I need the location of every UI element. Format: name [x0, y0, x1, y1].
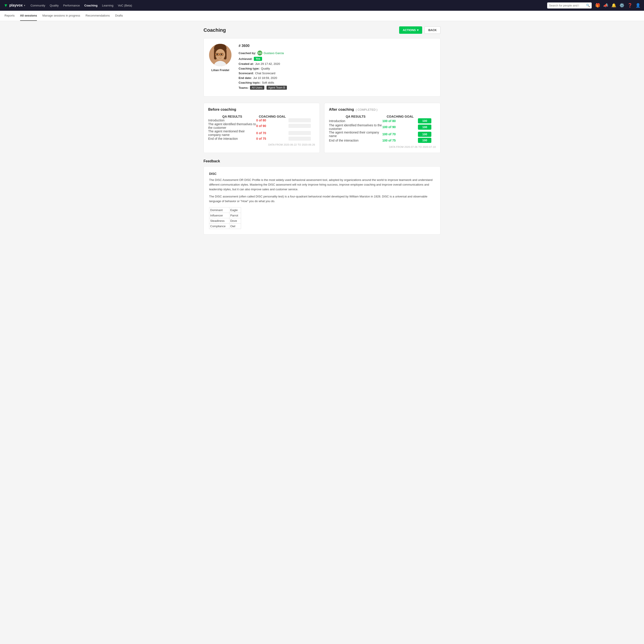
- after-qa-table: QA RESULTS COACHING GOAL Introduction 10…: [329, 115, 436, 143]
- coaching-topic-row: Coaching topic: Soft skills: [239, 81, 435, 84]
- nav-community[interactable]: Community: [30, 3, 45, 8]
- brand-name: playvox: [9, 3, 23, 7]
- page-title: Coaching: [203, 27, 226, 33]
- chevron-down-icon: ▾: [417, 28, 419, 32]
- subnav-all-sessions[interactable]: All sessions: [20, 11, 37, 21]
- after-row-name-1: The agent identified themselves to the c…: [329, 123, 382, 131]
- before-row-name-1: The agent identified themselves to the c…: [208, 122, 256, 129]
- nav-coaching[interactable]: Coaching: [84, 3, 97, 8]
- feedback-card: DISC The DISC Assessment OR DISC Profile…: [203, 166, 441, 235]
- before-row-bar-0: [288, 118, 315, 122]
- before-row-0: Introduction 0 of 80: [208, 118, 315, 122]
- before-row-name-0: Introduction: [208, 118, 256, 122]
- before-row-score-2: 0 of 70: [256, 129, 288, 137]
- feedback-card-title: DISC: [209, 172, 435, 176]
- before-goal-col-header: COACHING GOAL: [256, 115, 288, 118]
- nav-performance[interactable]: Performance: [63, 3, 80, 8]
- disc-animal-0: Eagle: [229, 207, 241, 213]
- back-button[interactable]: BACK: [424, 26, 441, 34]
- profile-info-section: # 3600 Coached by: GG Gustavo Garcia Ach…: [239, 44, 435, 91]
- gift-icon[interactable]: 🎁: [595, 3, 600, 8]
- topnav-links: Community Quality Performance Coaching L…: [30, 3, 547, 8]
- before-row-score-1: 0 of 90: [256, 122, 288, 129]
- disc-row-3: Compliance Owl: [209, 223, 241, 229]
- disc-row-0: Dominant Eagle: [209, 207, 241, 213]
- after-row-goal-3: 100: [418, 138, 436, 143]
- coaching-comparison: Before coaching QA RESULTS COACHING GOAL…: [203, 103, 441, 153]
- created-value: Jun 29 17:42, 2020: [255, 62, 280, 66]
- achieved-label: Achieved:: [239, 57, 252, 61]
- scorecard-value: Chat Scorecard: [255, 72, 275, 75]
- search-bar[interactable]: 🔍: [547, 2, 592, 8]
- coached-by-label: Coached by:: [239, 51, 256, 55]
- before-coaching-heading: Before coaching: [208, 108, 315, 112]
- bell-icon[interactable]: 🔔: [611, 3, 616, 8]
- help-icon[interactable]: ❓: [627, 3, 632, 8]
- teams-row: Teams: All Users Agent Team B: [239, 86, 435, 90]
- end-date-row: End date: Jul 10 18:59, 2020: [239, 76, 435, 80]
- disc-row-2: Steadiness Dove: [209, 218, 241, 223]
- after-coaching-heading: After coaching ( COMPLETED ): [329, 108, 436, 112]
- scorecard-label: Scorecard:: [239, 72, 254, 75]
- brand-logo-area[interactable]: ▼ playvox ▾: [4, 3, 25, 8]
- megaphone-icon[interactable]: 📣: [603, 3, 608, 8]
- after-row-goal-1: 100: [418, 123, 436, 131]
- subnav-drafts[interactable]: Drafts: [115, 11, 123, 21]
- disc-type-1: Influencer: [209, 213, 229, 218]
- after-row-name-3: End of the interaction: [329, 138, 382, 143]
- before-qa-col-header: QA RESULTS: [208, 115, 256, 118]
- subnav-manage-sessions[interactable]: Manage sessions in progress: [42, 11, 80, 21]
- subnav-recommendations[interactable]: Recommendations: [86, 11, 110, 21]
- gear-icon[interactable]: ⚙️: [619, 3, 624, 8]
- agent-profile-section: Lilian Freidel: [209, 44, 231, 91]
- achieved-row: Achieved: Yes: [239, 57, 435, 61]
- actions-button[interactable]: ACTIONS ▾: [399, 26, 422, 34]
- agent-name: Lilian Freidel: [211, 68, 229, 72]
- after-row-score-3: 100 of 75: [382, 138, 418, 143]
- before-row-bar-3: [288, 137, 315, 141]
- disc-table: Dominant Eagle Influencer Parrot Steadin…: [209, 207, 241, 229]
- after-row-0: Introduction 100 of 80 100: [329, 118, 436, 123]
- top-navigation: ▼ playvox ▾ Community Quality Performanc…: [0, 0, 644, 11]
- playvox-logo-icon: ▼: [4, 3, 8, 8]
- agent-avatar: [209, 44, 231, 66]
- avatar-svg: [209, 44, 231, 66]
- after-coaching-status: ( COMPLETED ): [356, 108, 377, 111]
- nav-learning[interactable]: Learning: [102, 3, 113, 8]
- subnav-reports[interactable]: Reports: [4, 11, 15, 21]
- end-date-value: Jul 10 18:59, 2020: [253, 76, 277, 80]
- after-row-goal-2: 100: [418, 131, 436, 138]
- team-tag-all-users: All Users: [250, 86, 264, 90]
- nav-quality[interactable]: Quality: [50, 3, 59, 8]
- coach-avatar: GG: [257, 51, 262, 55]
- svg-point-9: [220, 54, 222, 55]
- search-input[interactable]: [549, 2, 585, 8]
- disc-animal-1: Parrot: [229, 213, 241, 218]
- feedback-paragraph-1: The DISC Assessment OR DISC Profile is t…: [209, 178, 435, 192]
- brand-caret-icon: ▾: [24, 4, 25, 7]
- before-row-bar-2: [288, 129, 315, 137]
- before-data-note: DATA FROM 2020-06-22 TO 2020-06-26: [208, 143, 315, 146]
- after-coaching-panel: After coaching ( COMPLETED ) QA RESULTS …: [324, 103, 441, 153]
- before-row-3: End of the interaction 0 of 75: [208, 137, 315, 141]
- before-coaching-panel: Before coaching QA RESULTS COACHING GOAL…: [203, 103, 320, 153]
- session-number: # 3600: [239, 44, 435, 48]
- after-qa-col-header: QA RESULTS: [329, 115, 382, 118]
- header-actions: ACTIONS ▾ BACK: [399, 26, 441, 34]
- disc-animal-2: Dove: [229, 218, 241, 223]
- svg-point-8: [216, 54, 218, 55]
- before-row-score-3: 0 of 75: [256, 137, 288, 141]
- before-row-score-0: 0 of 80: [256, 118, 288, 122]
- coaching-type-row: Coaching type: Quality: [239, 67, 435, 70]
- team-tag-agent-team-b: Agent Team B: [267, 86, 287, 90]
- disc-row-1: Influencer Parrot: [209, 213, 241, 218]
- before-qa-table: QA RESULTS COACHING GOAL Introduction 0 …: [208, 115, 315, 141]
- coach-name: Gustavo Garcia: [264, 51, 284, 55]
- user-avatar-icon[interactable]: 👤: [636, 3, 640, 8]
- search-icon: 🔍: [586, 4, 590, 7]
- profile-card: Lilian Freidel # 3600 Coached by: GG Gus…: [203, 38, 441, 97]
- feedback-paragraph-2: The DISC assessment (often called DISC p…: [209, 194, 435, 204]
- nav-voc[interactable]: VoC (Beta): [118, 3, 132, 8]
- before-row-bar-1: [288, 122, 315, 129]
- end-date-label: End date:: [239, 76, 252, 80]
